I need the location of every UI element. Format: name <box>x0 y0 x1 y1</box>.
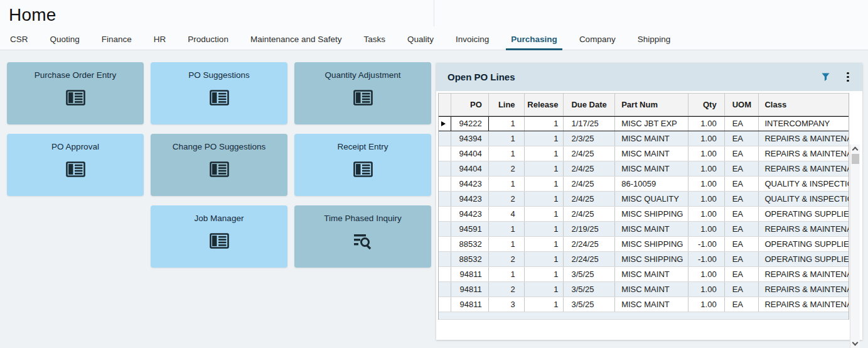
cell-line[interactable]: 1 <box>489 267 525 281</box>
cell-due[interactable]: 2/4/25 <box>564 177 615 191</box>
cell-part[interactable]: 86-10059 <box>615 177 689 191</box>
cell-release[interactable]: 1 <box>525 146 564 161</box>
cell-po[interactable]: 94811 <box>451 267 489 281</box>
table-row[interactable]: 94404112/4/25MISC MAINT1.00EAREPAIRS & M… <box>439 146 849 161</box>
cell-release[interactable]: 1 <box>525 192 564 206</box>
table-row[interactable]: 94394112/3/25MISC MAINT1.00EAREPAIRS & M… <box>439 131 849 146</box>
cell-due[interactable]: 2/3/25 <box>564 131 615 146</box>
cell-line[interactable]: 1 <box>489 146 525 161</box>
cell-marker[interactable] <box>439 222 451 236</box>
column-header-part[interactable]: Part Num <box>615 94 689 116</box>
cell-po[interactable]: 94404 <box>451 161 489 176</box>
cell-part[interactable]: MISC MAINT <box>615 282 689 296</box>
cell-line[interactable]: 1 <box>489 177 525 191</box>
cell-release[interactable]: 1 <box>525 267 564 281</box>
cell-cls[interactable]: REPAIRS & MAINTENANCE <box>759 267 849 281</box>
tile-job-manager[interactable]: Job Manager <box>151 205 287 268</box>
tile-po-approval[interactable]: PO Approval <box>7 134 144 196</box>
cell-part[interactable]: MISC MAINT <box>615 267 689 281</box>
tab-csr[interactable]: CSR <box>8 31 30 50</box>
cell-cls[interactable]: REPAIRS & MAINTENANCE <box>759 282 849 296</box>
cell-uom[interactable]: EA <box>725 146 759 161</box>
cell-line[interactable]: 2 <box>489 161 525 176</box>
cell-qty[interactable]: 1.00 <box>689 267 725 281</box>
chevron-down-icon[interactable] <box>852 340 859 346</box>
cell-qty[interactable]: -1.00 <box>689 252 725 266</box>
cell-uom[interactable]: EA <box>725 192 759 206</box>
tile-purchase-order-entry[interactable]: Purchase Order Entry <box>7 62 144 124</box>
table-row[interactable]: 94811313/5/25MISC MAINT1.00EAREPAIRS & M… <box>439 297 849 312</box>
cell-line[interactable]: 1 <box>489 222 525 236</box>
cell-marker[interactable] <box>439 267 451 281</box>
kebab-menu-icon[interactable] <box>842 72 854 83</box>
cell-release[interactable]: 1 <box>525 131 564 146</box>
table-row[interactable]: 88532112/24/25MISC SHIPPING-1.00EAOPERAT… <box>439 237 849 252</box>
tab-company[interactable]: Company <box>577 31 618 50</box>
cell-po[interactable]: 94811 <box>451 282 489 296</box>
cell-po[interactable]: 88532 <box>451 237 489 251</box>
cell-part[interactable]: MISC SHIPPING <box>615 252 689 266</box>
tab-production[interactable]: Production <box>186 31 230 50</box>
cell-marker[interactable] <box>439 252 451 266</box>
table-row[interactable]: 88532212/24/25MISC SHIPPING-1.00EAOPERAT… <box>439 252 849 267</box>
cell-po[interactable]: 94394 <box>451 131 489 146</box>
cell-release[interactable]: 1 <box>525 207 564 221</box>
cell-line[interactable]: 4 <box>489 207 525 221</box>
cell-qty[interactable]: 1.00 <box>689 297 725 312</box>
cell-marker[interactable] <box>439 161 451 176</box>
cell-uom[interactable]: EA <box>725 297 759 312</box>
column-header-po[interactable]: PO <box>451 94 489 116</box>
cell-cls[interactable]: REPAIRS & MAINTENANCE <box>759 131 849 146</box>
cell-cls[interactable]: QUALITY & INSPECTION <box>759 177 849 191</box>
tab-purchasing[interactable]: Purchasing <box>509 31 559 50</box>
tab-quoting[interactable]: Quoting <box>48 31 82 50</box>
cell-part[interactable]: MISC MAINT <box>615 131 689 146</box>
cell-part[interactable]: MISC MAINT <box>615 222 689 236</box>
cell-po[interactable]: 94423 <box>451 192 489 206</box>
tab-invoicing[interactable]: Invoicing <box>454 31 491 50</box>
cell-uom[interactable]: EA <box>725 131 759 146</box>
tab-finance[interactable]: Finance <box>100 31 134 50</box>
cell-marker[interactable] <box>439 297 451 312</box>
cell-line[interactable]: 1 <box>489 237 525 251</box>
cell-marker[interactable] <box>439 117 451 131</box>
cell-release[interactable]: 1 <box>525 117 564 131</box>
cell-uom[interactable]: EA <box>725 161 759 176</box>
cell-qty[interactable]: 1.00 <box>689 207 725 221</box>
cell-line[interactable]: 1 <box>489 117 525 131</box>
cell-cls[interactable]: QUALITY & INSPECTION <box>759 192 849 206</box>
cell-line[interactable]: 1 <box>489 131 525 146</box>
cell-uom[interactable]: EA <box>725 177 759 191</box>
tab-maintenance-and-safety[interactable]: Maintenance and Safety <box>249 31 344 50</box>
cell-due[interactable]: 3/5/25 <box>564 297 615 312</box>
cell-qty[interactable]: 1.00 <box>689 161 725 176</box>
vertical-scrollbar[interactable] <box>850 144 860 348</box>
table-row[interactable]: 94423112/4/2586-100591.00EAQUALITY & INS… <box>439 177 849 192</box>
cell-marker[interactable] <box>439 282 451 296</box>
cell-marker[interactable] <box>439 192 451 206</box>
cell-po[interactable]: 94423 <box>451 207 489 221</box>
cell-line[interactable]: 2 <box>489 282 525 296</box>
column-header-release[interactable]: Release <box>525 94 564 116</box>
cell-release[interactable]: 1 <box>525 237 564 251</box>
table-row[interactable]: 94404212/4/25MISC MAINT1.00EAREPAIRS & M… <box>439 161 849 177</box>
cell-part[interactable]: MISC MAINT <box>615 146 689 161</box>
cell-qty[interactable]: 1.00 <box>689 177 725 191</box>
cell-part[interactable]: MISC SHIPPING <box>615 207 689 221</box>
column-header-cls[interactable]: Class <box>759 94 849 116</box>
cell-line[interactable]: 3 <box>489 297 525 312</box>
cell-po[interactable]: 94591 <box>451 222 489 236</box>
cell-marker[interactable] <box>439 177 451 191</box>
cell-part[interactable]: MISC QUALITY <box>615 192 689 206</box>
cell-po[interactable]: 94404 <box>451 146 489 161</box>
table-row[interactable]: 94811213/5/25MISC MAINT1.00EAREPAIRS & M… <box>439 282 849 297</box>
column-header-row-marker[interactable] <box>439 94 451 116</box>
cell-due[interactable]: 2/4/25 <box>564 161 615 176</box>
cell-release[interactable]: 1 <box>525 282 564 296</box>
column-header-qty[interactable]: Qty <box>689 94 725 116</box>
cell-release[interactable]: 1 <box>525 161 564 176</box>
cell-po[interactable]: 94222 <box>451 117 489 131</box>
cell-uom[interactable]: EA <box>725 267 759 281</box>
cell-qty[interactable]: 1.00 <box>689 117 725 131</box>
cell-uom[interactable]: EA <box>725 252 759 266</box>
